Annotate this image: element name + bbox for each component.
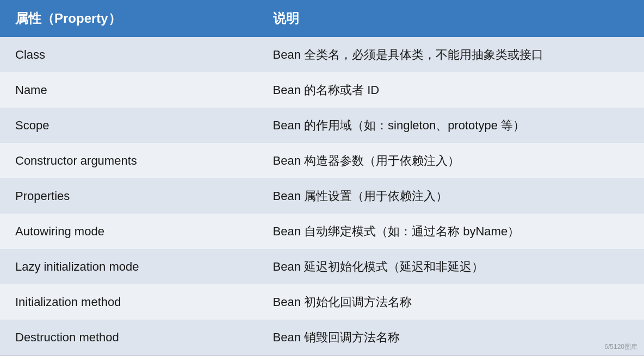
table-row: ClassBean 全类名，必须是具体类，不能用抽象类或接口: [0, 37, 644, 72]
description-cell: Bean 的作用域（如：singleton、prototype 等）: [258, 108, 644, 143]
table-row: ScopeBean 的作用域（如：singleton、prototype 等）: [0, 108, 644, 143]
property-cell: Initialization method: [0, 284, 258, 320]
description-cell: Bean 全类名，必须是具体类，不能用抽象类或接口: [258, 37, 644, 72]
property-cell: Lazy initialization mode: [0, 249, 258, 284]
property-cell: Scope: [0, 108, 258, 143]
description-column-header: 说明: [258, 0, 644, 37]
watermark: 6/5120图库: [604, 342, 637, 352]
property-cell: Constructor arguments: [0, 143, 258, 178]
property-cell: Autowiring mode: [0, 214, 258, 249]
property-column-header: 属性（Property）: [0, 0, 258, 37]
property-cell: Properties: [0, 178, 258, 214]
table-row: Initialization methodBean 初始化回调方法名称: [0, 284, 644, 320]
description-cell: Bean 构造器参数（用于依赖注入）: [258, 143, 644, 178]
table-container: 属性（Property） 说明 ClassBean 全类名，必须是具体类，不能用…: [0, 0, 644, 356]
description-cell: Bean 属性设置（用于依赖注入）: [258, 178, 644, 214]
description-cell: Bean 的名称或者 ID: [258, 72, 644, 108]
description-cell: Bean 初始化回调方法名称: [258, 284, 644, 320]
table-row: Autowiring modeBean 自动绑定模式（如：通过名称 byName…: [0, 214, 644, 249]
property-cell: Name: [0, 72, 258, 108]
description-cell: Bean 销毁回调方法名称: [258, 320, 644, 355]
table-row: Lazy initialization modeBean 延迟初始化模式（延迟和…: [0, 249, 644, 284]
table-row: NameBean 的名称或者 ID: [0, 72, 644, 108]
property-cell: Class: [0, 37, 258, 72]
property-table: 属性（Property） 说明 ClassBean 全类名，必须是具体类，不能用…: [0, 0, 644, 355]
description-cell: Bean 延迟初始化模式（延迟和非延迟）: [258, 249, 644, 284]
table-row: PropertiesBean 属性设置（用于依赖注入）: [0, 178, 644, 214]
table-row: Destruction methodBean 销毁回调方法名称: [0, 320, 644, 355]
table-header-row: 属性（Property） 说明: [0, 0, 644, 37]
table-row: Constructor argumentsBean 构造器参数（用于依赖注入）: [0, 143, 644, 178]
property-cell: Destruction method: [0, 320, 258, 355]
description-cell: Bean 自动绑定模式（如：通过名称 byName）: [258, 214, 644, 249]
